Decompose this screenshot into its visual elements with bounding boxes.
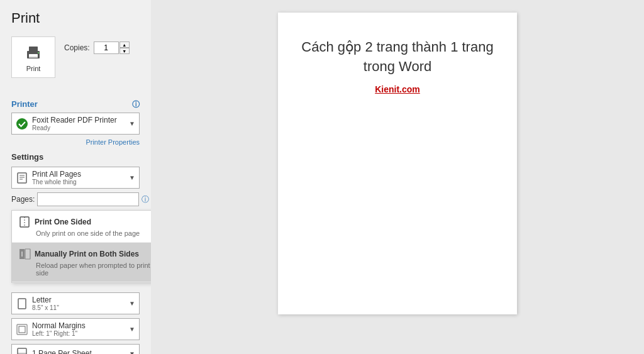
svg-rect-19 xyxy=(19,326,25,333)
margins-main: Normal Margins xyxy=(32,321,86,330)
margins-arrow: ▼ xyxy=(129,326,135,333)
pages-info-icon[interactable]: ⓘ xyxy=(142,194,149,205)
copies-up[interactable]: ▲ xyxy=(119,41,130,48)
popup-item-both-sides-title: Manually Print on Both Sides xyxy=(35,250,139,258)
svg-point-4 xyxy=(38,52,39,53)
preview-title: Cách gộp 2 trang thành 1 trang trong Wor… xyxy=(297,38,498,77)
margins-dropdown[interactable]: Normal Margins Left: 1" Right: 1" ▼ xyxy=(11,318,140,340)
letter-arrow: ▼ xyxy=(129,300,135,307)
print-all-pages-sub: The whole thing xyxy=(32,179,81,185)
popup-item-one-sided[interactable]: Print One Sided Only print on one side o… xyxy=(12,211,151,243)
popup-item-one-sided-desc: Only print on one side of the page xyxy=(18,230,151,237)
per-sheet-main: 1 Page Per Sheet xyxy=(32,349,92,354)
page-preview: Cách gộp 2 trang thành 1 trang trong Wor… xyxy=(278,13,517,314)
right-panel: Cách gộp 2 trang thành 1 trang trong Wor… xyxy=(151,0,644,354)
printer-brand-icon xyxy=(16,118,28,130)
copies-spinner[interactable]: ▲ ▼ xyxy=(119,41,130,54)
svg-rect-3 xyxy=(29,57,38,58)
printer-status: Ready xyxy=(32,124,117,131)
svg-point-5 xyxy=(16,118,28,130)
margins-icon xyxy=(16,323,28,336)
letter-main: Letter xyxy=(32,296,59,304)
page-title: Print xyxy=(11,10,140,26)
popup-both-sides-icon xyxy=(18,248,31,260)
letter-icon xyxy=(16,297,28,310)
copies-label: Copies: xyxy=(64,43,90,52)
left-panel: Print Print Copies: ▲ ▼ xyxy=(0,0,151,354)
popup-item-both-sides[interactable]: Manually Print on Both Sides Reload pape… xyxy=(12,243,151,282)
popup-one-sided-icon xyxy=(18,216,31,228)
popup-item-one-sided-title: Print One Sided xyxy=(35,218,91,226)
letter-sub: 8.5" x 11" xyxy=(32,304,59,311)
svg-rect-6 xyxy=(18,173,26,183)
copies-input[interactable] xyxy=(94,41,119,54)
pages-row: Pages: ⓘ xyxy=(11,192,140,206)
pages-label: Pages: xyxy=(11,195,33,204)
printer-info-icon[interactable]: ⓘ xyxy=(132,99,140,110)
print-all-pages-main: Print All Pages xyxy=(32,170,81,179)
print-sided-popup: Print One Sided Only print on one side o… xyxy=(11,210,151,283)
print-all-pages-arrow: ▼ xyxy=(129,174,135,181)
per-sheet-dropdown[interactable]: 1 Page Per Sheet ▼ xyxy=(11,344,140,354)
copies-down[interactable]: ▼ xyxy=(119,48,130,54)
per-sheet-arrow: ▼ xyxy=(129,350,135,355)
letter-dropdown[interactable]: Letter 8.5" x 11" ▼ xyxy=(11,292,140,314)
settings-section-header: Settings xyxy=(11,152,140,162)
pages-input[interactable] xyxy=(37,192,139,206)
svg-rect-18 xyxy=(17,324,27,335)
printer-properties-link[interactable]: Printer Properties xyxy=(11,138,140,146)
printer-section-header: Printer ⓘ xyxy=(11,99,140,109)
print-button[interactable]: Print xyxy=(11,36,55,78)
print-btn-label: Print xyxy=(26,65,41,72)
print-all-pages-icon xyxy=(16,172,28,184)
per-sheet-icon xyxy=(16,347,28,354)
printer-dropdown[interactable]: Foxit Reader PDF Printer Ready ▼ xyxy=(11,113,140,135)
preview-link: Kienit.com xyxy=(375,84,420,94)
print-sided-container: Print One Sided Only print on one side o… xyxy=(11,210,140,232)
svg-rect-2 xyxy=(29,47,38,52)
popup-item-both-sides-desc: Reload paper when prompted to print the … xyxy=(18,262,151,277)
margins-sub: Left: 1" Right: 1" xyxy=(32,330,86,337)
print-icon xyxy=(23,42,43,62)
printer-name: Foxit Reader PDF Printer xyxy=(32,116,117,124)
svg-rect-15 xyxy=(25,249,30,259)
printer-dropdown-arrow: ▼ xyxy=(129,120,135,127)
svg-rect-17 xyxy=(18,299,26,309)
print-all-pages-dropdown[interactable]: Print All Pages The whole thing ▼ xyxy=(11,167,140,189)
